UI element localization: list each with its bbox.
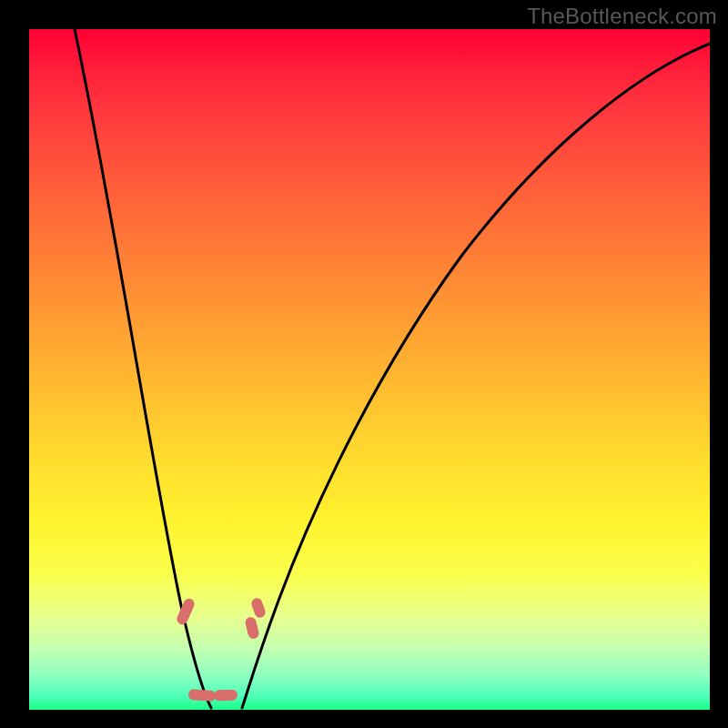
- highlight-marker: [244, 616, 259, 640]
- highlight-marker: [188, 689, 217, 702]
- chart-frame: TheBottleneck.com: [0, 0, 728, 728]
- highlight-marker: [250, 597, 268, 620]
- highlight-markers: [0, 0, 728, 728]
- highlight-marker: [175, 597, 196, 626]
- highlight-marker: [214, 690, 238, 702]
- plot-area: [29, 29, 710, 710]
- watermark-text: TheBottleneck.com: [527, 4, 717, 29]
